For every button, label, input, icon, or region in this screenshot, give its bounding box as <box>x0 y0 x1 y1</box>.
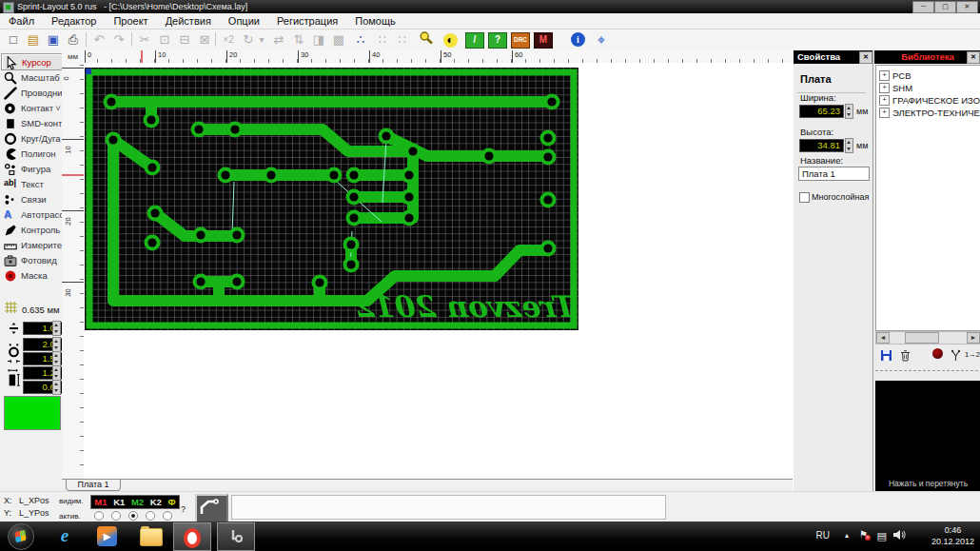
macro-icon[interactable]: M <box>534 32 553 49</box>
trace-mode-button[interactable] <box>195 494 228 523</box>
library-header[interactable]: Библиотека <box>874 50 980 64</box>
info-icon[interactable]: i <box>571 32 585 47</box>
footprint-a-icon[interactable]: ∷ <box>373 30 392 49</box>
layer-chip-m2[interactable]: М2 <box>131 497 144 507</box>
print-icon[interactable]: ⎙ <box>64 30 83 49</box>
menu-registration[interactable]: Регистрация <box>268 13 346 29</box>
properties-close-button[interactable]: ✕ <box>859 51 872 64</box>
group-icon[interactable]: ◨ <box>309 30 328 49</box>
library-save-icon[interactable] <box>880 348 893 362</box>
layer-color-swatch[interactable] <box>4 396 61 430</box>
pad-outer-spinner[interactable] <box>52 337 61 352</box>
open-folder-icon[interactable]: ▤ <box>24 30 43 49</box>
library-item-pcb[interactable]: +PCB <box>879 69 911 81</box>
board-height-value[interactable]: 34.81 <box>799 139 844 152</box>
smd-width-spinner[interactable] <box>52 365 61 381</box>
layer-chip-m1[interactable]: М1 <box>94 497 107 507</box>
sprint-layout-taskbar-button[interactable] <box>217 522 255 551</box>
copy-icon[interactable]: ⊡ <box>155 30 174 49</box>
tool-autoroute[interactable]: A Автотрасса <box>1 207 61 222</box>
board-name-input[interactable]: Плата 1 <box>798 167 870 181</box>
file-explorer-icon[interactable] <box>138 524 163 548</box>
tool-cursor[interactable]: Курсор <box>1 53 63 70</box>
rotate-dropdown-icon[interactable]: ▾ <box>255 30 268 49</box>
cut-icon[interactable]: ✂ <box>135 30 154 49</box>
library-preview[interactable]: Нажать и перетянуть <box>875 381 980 492</box>
menu-options[interactable]: Опции <box>220 13 268 29</box>
tray-document-icon[interactable]: ▤ <box>877 530 887 542</box>
photoview-icon[interactable]: ◐ <box>441 30 460 49</box>
track-width-spinner[interactable] <box>52 321 61 336</box>
menu-actions[interactable]: Действия <box>157 13 220 29</box>
board-ruler-icon[interactable]: / <box>465 32 484 49</box>
smd-height-spinner[interactable] <box>52 380 61 395</box>
tool-measure[interactable]: Измеритель <box>1 237 61 252</box>
active-layer-radio-f[interactable] <box>163 511 172 521</box>
library-scrollbar[interactable]: ◄ ► <box>875 331 980 344</box>
taskbar-clock[interactable]: 0:46 20.12.2012 <box>931 524 974 547</box>
grid-setting[interactable]: 0.635 мм <box>4 301 59 318</box>
tool-contact[interactable]: Контакт ˅ <box>1 100 61 115</box>
tool-circle-arc[interactable]: Круг/Дуга <box>1 130 61 146</box>
save-icon[interactable]: ▣ <box>44 30 63 49</box>
menu-project[interactable]: Проект <box>105 13 156 29</box>
library-macro-dot-icon[interactable] <box>932 348 946 362</box>
scroll-left-arrow[interactable]: ◄ <box>876 332 890 344</box>
media-player-icon[interactable]: ▶ <box>95 524 120 548</box>
library-one-to-two-icon[interactable]: 1→2 <box>965 348 978 362</box>
tool-shape[interactable]: Фигура <box>1 161 61 176</box>
action-center-flag-icon[interactable]: ⚑✕ <box>859 529 868 540</box>
new-file-icon[interactable]: □ <box>4 30 23 49</box>
layer-help[interactable]: ? <box>181 504 186 514</box>
board-canvas[interactable]: Trezvon 2012 <box>84 63 793 479</box>
tool-text[interactable]: ab| Текст <box>1 176 61 191</box>
scrollbar-thumb[interactable] <box>905 332 939 344</box>
layer-chip-f[interactable]: Ф <box>168 497 176 507</box>
library-trash-icon[interactable] <box>899 348 912 362</box>
net-icon[interactable]: ∴ <box>351 30 370 49</box>
maximize-button[interactable]: ▢ <box>934 1 956 13</box>
volume-icon[interactable] <box>892 528 906 543</box>
tool-zoom[interactable]: Масштаб <box>1 69 61 85</box>
pcb-board[interactable]: Trezvon 2012 <box>85 68 578 330</box>
library-item-graphic[interactable]: +ГРАФИЧЕСКОЕ ИЗОБР <box>879 94 980 106</box>
tool-connections[interactable]: Связи <box>1 191 61 207</box>
undo-icon[interactable]: ↶ <box>89 30 108 49</box>
active-layer-radio-m1[interactable] <box>94 511 104 521</box>
paste-icon[interactable]: ⊟ <box>175 30 194 49</box>
menu-editor[interactable]: Редактор <box>43 13 105 29</box>
internet-explorer-icon[interactable]: e <box>52 524 77 548</box>
silkscreen-text[interactable]: Trezvon 2012 <box>354 289 578 324</box>
minimize-button[interactable]: ─ <box>912 1 934 13</box>
active-layer-radio-k1[interactable] <box>111 511 121 521</box>
zoom-tool-icon[interactable] <box>417 30 436 49</box>
tool-mask[interactable]: Маска <box>1 267 61 283</box>
tab-board-1[interactable]: Плата 1 <box>66 480 121 491</box>
tool-polygon[interactable]: Полигон <box>1 146 61 161</box>
menu-help[interactable]: Помощь <box>346 13 404 29</box>
pad-drill-spinner[interactable] <box>52 351 61 366</box>
mirror-horizontal-icon[interactable]: ⇄ <box>269 30 288 49</box>
redo-icon[interactable]: ↷ <box>109 30 128 49</box>
active-layer-radio-k2[interactable] <box>146 511 155 521</box>
library-item-electro[interactable]: +ЭЛЕКТРО-ТЕХНИЧЕСК <box>879 107 980 118</box>
drc-icon[interactable]: DRC <box>511 32 530 49</box>
opera-taskbar-button[interactable] <box>173 522 211 551</box>
footprint-b-icon[interactable]: ∷ <box>393 30 412 49</box>
board-height-spinner[interactable] <box>845 138 853 153</box>
active-layer-radio-m2[interactable] <box>128 511 138 521</box>
raster-icon[interactable]: ▩ <box>329 30 348 49</box>
component-search-icon[interactable]: ? <box>488 32 507 49</box>
layer-visibility-chips[interactable]: М1 K1 М2 K2 Ф <box>90 495 180 509</box>
library-fork-icon[interactable] <box>950 348 963 362</box>
board-width-spinner[interactable] <box>845 104 853 119</box>
tool-control[interactable]: Контроль <box>1 222 61 237</box>
mirror-vertical-icon[interactable]: ⇅ <box>289 30 308 49</box>
board-width-value[interactable]: 65.23 <box>799 105 844 118</box>
close-button[interactable]: ✕ <box>956 1 978 13</box>
tool-conductor[interactable]: Проводник <box>1 85 61 100</box>
start-button[interactable] <box>8 523 34 550</box>
snap-icon[interactable]: ⌖ <box>592 30 611 49</box>
tray-expand-icon[interactable]: ▴ <box>845 531 849 540</box>
duplicate-icon[interactable]: ×2 <box>219 30 238 49</box>
